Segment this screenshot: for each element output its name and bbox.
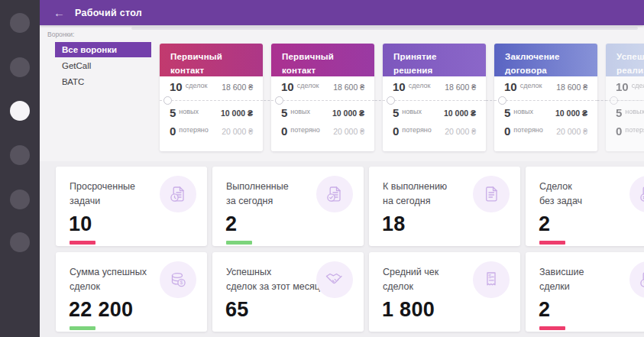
stage-card[interactable]: Первичный контакт 10сделок18 600 ₴ 5новы… xyxy=(160,44,263,151)
stage-divider xyxy=(160,100,263,101)
todo-today-icon xyxy=(473,176,510,212)
metric-card-overdue-tasks[interactable]: Просроченные задачи 10 xyxy=(56,167,207,246)
sidebar-nav-icon-active[interactable] xyxy=(10,101,30,121)
sidebar-nav-icon[interactable] xyxy=(10,190,30,209)
stat-count: 10 xyxy=(281,80,294,95)
metric-underline xyxy=(539,326,565,330)
stat-count: 5 xyxy=(281,106,287,121)
funnel-item-all[interactable]: Все воронки xyxy=(55,42,151,57)
stat-label: потеряно xyxy=(625,126,644,134)
stat-label: сделок xyxy=(520,82,542,89)
successful-deals-month-icon xyxy=(316,261,353,298)
stage-card[interactable]: Заключение договора 10сделок18 600 ₴ 5но… xyxy=(494,44,597,151)
metric-underline xyxy=(539,241,565,245)
metric-value: 22 200 xyxy=(69,298,133,322)
stat-count: 10 xyxy=(393,80,406,95)
stat-label: новых xyxy=(290,108,310,115)
stage-stat-row: 0потеряно20 000 ₴ xyxy=(616,125,644,139)
stat-count: 5 xyxy=(393,106,399,121)
stat-value: 18 600 ₴ xyxy=(222,83,253,92)
sidebar-nav-icon[interactable] xyxy=(10,13,30,33)
stage-stat-row: 5новых10 000 ₴ xyxy=(393,106,476,121)
stage-stat-row: 0потеряно20 000 ₴ xyxy=(170,125,253,139)
metric-value: 1 800 xyxy=(382,298,435,322)
stage-stats: 10сделок18 600 ₴ 5новых10 000 ₴ 0потерян… xyxy=(494,76,597,151)
stat-label: новых xyxy=(402,108,422,115)
metric-card-successful-deals-month[interactable]: Успешных сделок за этот месяц 65 xyxy=(212,252,364,332)
stage-stats: 10сделок18 600 ₴ 5новых10 000 ₴ 0потерян… xyxy=(383,76,486,151)
metric-card-todo-today[interactable]: К выполнению на сегодня 18 xyxy=(369,167,520,246)
metrics-grid: Просроченные задачи 10 Выполненные за се… xyxy=(56,167,644,332)
funnel-item-vats[interactable]: ВАТС xyxy=(55,74,151,89)
stat-count: 0 xyxy=(281,125,287,139)
stage-node-icon xyxy=(498,96,506,105)
stat-count: 0 xyxy=(170,125,176,139)
stage-header: Первичный контакт xyxy=(271,44,374,76)
stat-value: 10 000 ₴ xyxy=(221,109,253,118)
stat-count: 10 xyxy=(616,80,629,95)
svg-text:$: $ xyxy=(180,280,183,285)
stage-stat-row: 10сделок18 600 ₴ xyxy=(281,80,364,95)
stage-stat-row: 10сделок18 600 ₴ xyxy=(616,80,644,95)
stat-count: 5 xyxy=(616,106,622,121)
stage-stat-row: 10сделок18 600 ₴ xyxy=(170,80,253,95)
stage-stat-row: 5новых10 000 ₴ xyxy=(504,106,587,121)
stat-label: потеряно xyxy=(179,126,208,134)
funnel-item-getcall[interactable]: GetCall xyxy=(55,58,151,73)
stat-value: 18 600 ₴ xyxy=(333,83,364,92)
app-sidebar xyxy=(0,0,40,337)
stat-count: 10 xyxy=(504,80,517,95)
back-arrow-icon[interactable]: ← xyxy=(53,7,65,18)
stat-label: сделок xyxy=(297,82,319,89)
metric-card-stuck-deals[interactable]: Зависшие сделки ? 2 xyxy=(526,252,644,332)
sidebar-nav-icon[interactable] xyxy=(10,145,30,165)
stage-title: Первичный контакт xyxy=(282,52,334,75)
stat-count: 0 xyxy=(504,125,510,139)
stage-stat-row: 10сделок18 600 ₴ xyxy=(393,80,476,95)
stat-label: потеряно xyxy=(402,126,431,134)
stage-stats: 10сделок18 600 ₴ 5новых10 000 ₴ 0потерян… xyxy=(271,76,374,151)
stat-count: 5 xyxy=(170,106,176,121)
stage-stat-row: 5новых10 000 ₴ xyxy=(616,106,644,121)
metric-value: 2 xyxy=(539,298,550,322)
stat-value: 20 000 ₴ xyxy=(556,127,587,136)
stat-label: сделок xyxy=(632,82,644,89)
stage-title: Успешно реализовано xyxy=(616,52,644,75)
stat-label: потеряно xyxy=(513,126,542,134)
stage-node-icon xyxy=(610,96,618,105)
stat-label: новых xyxy=(513,108,533,115)
stage-header: Принятие решения xyxy=(383,44,486,76)
stat-label: сделок xyxy=(186,82,208,89)
stage-header: Успешно реализовано xyxy=(606,44,644,76)
stat-value: 18 600 ₴ xyxy=(445,83,476,92)
metric-underline xyxy=(226,241,252,245)
stat-count: 0 xyxy=(616,125,622,139)
horizontal-scrollbar[interactable] xyxy=(131,27,638,30)
metric-underline xyxy=(70,326,95,330)
sidebar-nav-icon[interactable] xyxy=(10,232,30,252)
metric-card-successful-deals-sum[interactable]: Сумма успешных сделок $ 22 200 xyxy=(56,252,207,332)
successful-deals-sum-icon: $ xyxy=(160,261,196,298)
stage-stat-row: 5новых10 000 ₴ xyxy=(170,106,253,121)
overdue-tasks-icon xyxy=(160,176,196,212)
stage-stats: 10сделок18 600 ₴ 5новых10 000 ₴ 0потерян… xyxy=(606,76,644,151)
metric-value: 65 xyxy=(225,298,249,322)
stage-card[interactable]: Принятие решения 10сделок18 600 ₴ 5новых… xyxy=(383,44,486,151)
stage-stat-row: 0потеряно20 000 ₴ xyxy=(504,125,587,139)
stage-stat-row: 5новых10 000 ₴ xyxy=(281,106,364,121)
metric-card-average-check[interactable]: Средний чек сделок $ 1 800 xyxy=(369,252,520,332)
sidebar-nav-icon[interactable] xyxy=(10,57,30,77)
metric-underline xyxy=(70,241,95,245)
stat-value: 18 600 ₴ xyxy=(556,83,587,92)
metric-card-deals-without-tasks[interactable]: Сделок без задач 2 xyxy=(526,167,644,246)
metric-value: 2 xyxy=(539,212,550,236)
stage-card[interactable]: Первичный контакт 10сделок18 600 ₴ 5новы… xyxy=(271,44,374,151)
metric-value: 2 xyxy=(225,212,237,236)
metric-card-completed-today[interactable]: Выполненные за сегодня 2 xyxy=(212,167,364,246)
metric-value: 10 xyxy=(69,212,92,236)
stat-value: 20 000 ₴ xyxy=(222,127,253,136)
metric-value: 18 xyxy=(382,212,406,236)
page-header: ← Рабочий стол xyxy=(40,0,644,25)
stage-node-icon xyxy=(275,96,283,105)
stage-card[interactable]: Успешно реализовано 10сделок18 600 ₴ 5но… xyxy=(606,44,644,151)
